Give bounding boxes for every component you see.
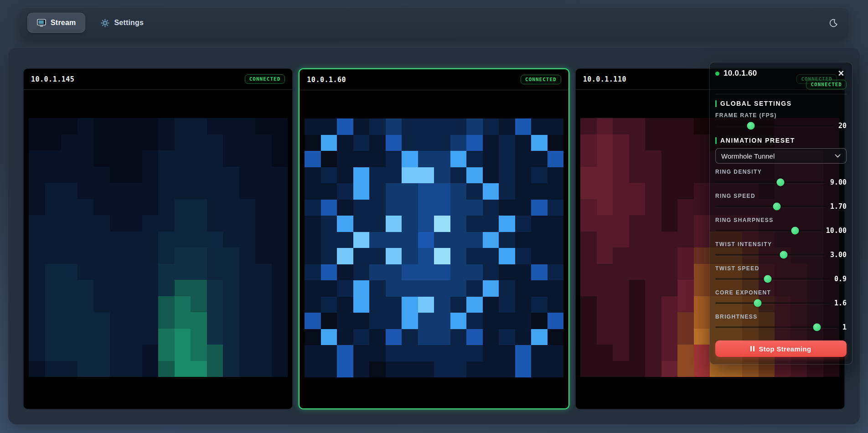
slider-thumb[interactable] [747, 122, 754, 130]
preset-param: TWIST INTENSITY 3.00 [715, 241, 847, 260]
slider-label: BRIGHTNESS [715, 314, 847, 320]
param-slider[interactable] [715, 181, 826, 183]
slider-row-frame-rate: 20 [715, 120, 847, 131]
slider-thumb[interactable] [780, 251, 787, 259]
slider-row: 9.00 [715, 177, 847, 188]
panel-ip: 10.0.1.60 [307, 76, 346, 84]
chevron-down-icon [835, 154, 841, 158]
param-value: 9.00 [830, 178, 847, 186]
slider-label: CORE EXPONENT [715, 289, 847, 296]
slider-row: 3.00 [715, 249, 847, 260]
param-value: 1 [842, 323, 847, 331]
slider-thumb[interactable] [776, 179, 784, 186]
param-slider[interactable] [715, 254, 826, 256]
tab-settings[interactable]: Settings [92, 13, 153, 33]
tab-stream[interactable]: Stream [27, 13, 85, 33]
panel-header: 10.0.1.145 CONNECTED [24, 69, 292, 90]
device-settings-overlay: 10.0.1.60 × CONNECTED GLOBAL SETTINGS FR… [709, 62, 852, 365]
online-dot [715, 72, 719, 76]
slider-label: TWIST SPEED [715, 265, 847, 272]
param-value: 1.70 [830, 202, 847, 211]
stream-canvas [305, 119, 563, 377]
param-value: 1.6 [834, 299, 847, 307]
slider-row: 10.00 [715, 225, 847, 236]
slider-thumb[interactable] [764, 275, 772, 283]
param-slider[interactable] [715, 302, 830, 304]
overlay-header: 10.0.1.60 × [715, 68, 847, 79]
overlay-title: 10.0.1.60 [723, 69, 757, 78]
monitor-icon [37, 19, 46, 27]
status-badge: CONNECTED [245, 74, 285, 84]
preset-param: RING DENSITY 9.00 [715, 169, 847, 188]
preset-param: BRIGHTNESS 1 [715, 314, 847, 333]
slider-thumb[interactable] [813, 324, 821, 331]
slider-label: TWIST INTENSITY [715, 241, 847, 247]
preset-select[interactable]: Wormhole Tunnel [715, 148, 847, 164]
slider-label: RING DENSITY [715, 169, 847, 175]
panel-ip: 10.0.1.110 [583, 75, 626, 83]
param-slider[interactable] [715, 206, 826, 207]
tab-stream-label: Stream [51, 19, 76, 27]
divider [715, 94, 847, 94]
slider-row: 1.70 [715, 201, 847, 212]
stream-canvas [29, 118, 288, 377]
panel-ip: 10.0.1.145 [31, 75, 74, 83]
close-icon[interactable]: × [836, 68, 847, 79]
status-badge: CONNECTED [521, 75, 561, 84]
slider-row: 1.6 [715, 298, 847, 309]
stream-panel-2[interactable]: 10.0.1.60 CONNECTED [299, 68, 569, 409]
accent-bar [715, 100, 717, 107]
theme-toggle[interactable] [825, 15, 842, 31]
accent-bar [715, 137, 717, 144]
stream-preview-area [24, 90, 292, 409]
preset-param: RING SHARPNESS 10.00 [715, 217, 847, 236]
slider-label: RING SPEED [715, 193, 847, 199]
param-value: 0.9 [834, 275, 847, 283]
slider-thumb[interactable] [754, 299, 761, 307]
slider-label: RING SHARPNESS [715, 217, 847, 223]
frame-rate-slider[interactable] [715, 125, 834, 127]
param-slider[interactable] [715, 278, 830, 280]
param-slider[interactable] [715, 326, 838, 328]
panel-header: 10.0.1.60 CONNECTED [300, 69, 568, 90]
preset-param: TWIST SPEED 0.9 [715, 265, 847, 284]
status-badge: CONNECTED [806, 80, 847, 89]
moon-icon [829, 18, 838, 28]
param-slider[interactable] [715, 230, 822, 232]
slider-row: 0.9 [715, 273, 847, 284]
preset-param: CORE EXPONENT 1.6 [715, 289, 847, 309]
stop-streaming-button[interactable]: Stop Streaming [715, 340, 847, 357]
slider-row: 1 [715, 322, 847, 333]
preset-select-value: Wormhole Tunnel [721, 152, 775, 160]
tab-settings-label: Settings [114, 19, 144, 27]
slider-label-frame-rate: FRAME RATE (FPS) [715, 112, 847, 119]
preset-params: RING DENSITY 9.00 RING SPEED 1.70 RING S… [715, 169, 847, 333]
slider-thumb[interactable] [791, 227, 799, 235]
stream-preview-area [300, 90, 568, 408]
slider-thumb[interactable] [773, 203, 781, 211]
section-animation-preset: ANIMATION PRESET [715, 137, 847, 144]
param-value: 10.00 [826, 227, 847, 235]
top-nav: Stream [19, 7, 849, 38]
stream-panel-1[interactable]: 10.0.1.145 CONNECTED [23, 68, 293, 409]
section-global-settings: GLOBAL SETTINGS [715, 100, 847, 107]
gear-icon [101, 19, 109, 27]
frame-rate-value: 20 [838, 122, 847, 130]
pause-icon [750, 346, 754, 351]
param-value: 3.00 [830, 251, 847, 259]
preset-param: RING SPEED 1.70 [715, 193, 847, 212]
